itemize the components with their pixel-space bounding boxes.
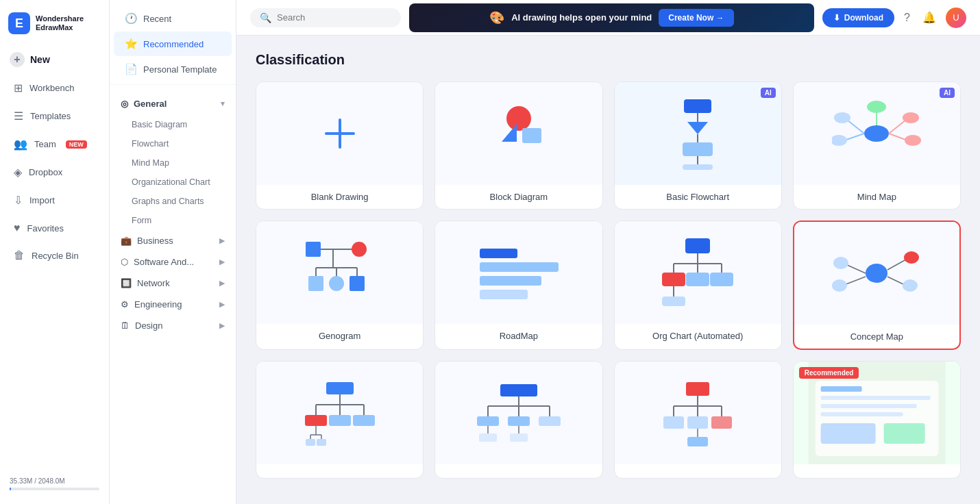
favorites-icon: ♥ — [14, 222, 21, 234]
sidebar-item-team[interactable]: 👥 Team NEW — [4, 131, 105, 158]
svg-rect-94 — [711, 416, 732, 429]
roadmap-icon — [474, 238, 563, 307]
design-category[interactable]: 🗓 Design ▶ — [110, 315, 236, 336]
template-card-orgchart[interactable]: Org Chart (Automated) — [614, 220, 782, 350]
avatar[interactable]: U — [946, 8, 966, 28]
svg-rect-72 — [317, 439, 326, 446]
business-category[interactable]: 💼 Business ▶ — [110, 230, 236, 251]
main-content: 🔍 🎨 AI drawing helps open your mind Crea… — [236, 0, 980, 504]
download-icon: ⬇ — [833, 13, 840, 23]
general-chevron: ▾ — [221, 99, 225, 108]
svg-point-2 — [506, 106, 531, 131]
template-card-block[interactable]: Block Diagram — [434, 81, 602, 210]
svg-point-57 — [903, 279, 918, 292]
sidebar-item-dropbox[interactable]: ◈ Dropbox — [4, 159, 105, 186]
template-card-tree1[interactable] — [256, 361, 424, 479]
template-card-recommended-preview[interactable]: Recommended — [793, 361, 961, 479]
templates-icon: ☰ — [14, 110, 23, 123]
template-card-blank[interactable]: Blank Drawing — [256, 81, 424, 210]
team-icon: 👥 — [14, 138, 27, 151]
sub-form[interactable]: Form — [110, 211, 236, 230]
card-label-flowchart: Basic Flowchart — [615, 185, 781, 209]
tree1-icon — [302, 379, 378, 447]
svg-line-17 — [889, 120, 906, 134]
ai-banner[interactable]: 🎨 AI drawing helps open your mind Create… — [409, 3, 814, 32]
recommended-icon: ⭐ — [125, 38, 138, 50]
sidebar-item-import[interactable]: ⇩ Import — [4, 187, 105, 214]
card-image-wbs — [435, 362, 602, 464]
recommended-badge: Recommended — [799, 367, 859, 379]
search-input[interactable] — [277, 12, 391, 23]
network-chevron: ▶ — [219, 279, 225, 288]
template-card-tree2[interactable] — [614, 361, 782, 479]
recent-icon: 🕐 — [125, 12, 138, 25]
engineering-category[interactable]: ⚙ Engineering ▶ — [110, 294, 236, 315]
card-label-recommended-preview — [794, 464, 960, 478]
wbs-icon — [474, 379, 563, 447]
svg-point-18 — [903, 112, 919, 123]
template-card-genogram[interactable]: Genogram — [256, 220, 424, 350]
card-image-genogram — [256, 221, 423, 324]
storage-track — [10, 488, 99, 490]
template-card-flowchart[interactable]: AI Basic Flowchart — [614, 81, 782, 210]
card-image-flowchart: AI — [615, 82, 781, 185]
notification-button[interactable]: 🔔 — [920, 8, 939, 27]
svg-line-15 — [844, 134, 864, 140]
svg-rect-93 — [687, 416, 708, 429]
svg-rect-45 — [686, 273, 709, 286]
template-card-wbs[interactable] — [434, 361, 602, 479]
content-area: Classification Blank Drawing — [236, 36, 980, 504]
block-diagram-icon — [481, 99, 556, 168]
svg-point-53 — [832, 279, 847, 292]
svg-rect-58 — [326, 382, 354, 394]
page-title: Classification — [256, 52, 961, 68]
template-card-roadmap[interactable]: RoadMap — [434, 220, 602, 350]
network-category[interactable]: 🔲 Network ▶ — [110, 273, 236, 294]
download-button[interactable]: ⬇ Download — [822, 8, 894, 27]
new-button[interactable]: + New — [0, 45, 109, 74]
app-name: Wondershare EdrawMax — [36, 14, 84, 32]
ai-create-button[interactable]: Create Now → — [659, 9, 733, 27]
sidebar-item-favorites[interactable]: ♥ Favorites — [4, 215, 105, 241]
svg-point-14 — [834, 112, 850, 123]
svg-rect-100 — [820, 396, 930, 400]
sub-mind-map[interactable]: Mind Map — [110, 153, 236, 173]
svg-rect-96 — [687, 437, 708, 446]
template-card-mindmap[interactable]: AI Mind Map — [793, 81, 961, 210]
card-image-tree2 — [615, 362, 781, 464]
svg-rect-92 — [663, 416, 684, 429]
help-button[interactable]: ? — [901, 9, 913, 27]
recent-item[interactable]: 🕐 Recent — [114, 6, 232, 31]
genogram-icon — [299, 235, 381, 310]
workbench-icon: ⊞ — [14, 81, 23, 94]
sidebar-item-templates[interactable]: ☰ Templates — [4, 103, 105, 129]
svg-rect-11 — [683, 164, 713, 170]
conceptmap-icon — [832, 236, 921, 311]
software-category[interactable]: ⬡ Software And... ▶ — [110, 251, 236, 273]
card-label-wbs — [435, 464, 602, 478]
sidebar-item-workbench[interactable]: ⊞ Workbench — [4, 75, 105, 101]
card-label-roadmap: RoadMap — [435, 324, 602, 348]
template-card-conceptmap[interactable]: Concept Map — [793, 220, 961, 350]
personal-template-item[interactable]: 📄 Personal Template — [114, 57, 232, 81]
card-label-genogram: Genogram — [256, 324, 423, 348]
software-icon: ⬡ — [121, 257, 128, 267]
ai-badge-flowchart: AI — [761, 88, 776, 98]
svg-rect-83 — [479, 433, 497, 442]
svg-rect-36 — [480, 276, 541, 286]
search-box[interactable]: 🔍 — [250, 8, 401, 27]
sub-org-chart[interactable]: Organizational Chart — [110, 173, 236, 192]
sidebar-item-recycle[interactable]: 🗑 Recycle Bin — [4, 242, 105, 268]
recommended-item[interactable]: ⭐ Recommended — [114, 32, 232, 56]
sub-graphs-charts[interactable]: Graphs and Charts — [110, 192, 236, 211]
svg-rect-86 — [686, 382, 709, 396]
svg-rect-33 — [350, 276, 365, 291]
svg-rect-99 — [820, 386, 861, 392]
svg-rect-48 — [662, 297, 685, 306]
sub-flowchart[interactable]: Flowchart — [110, 134, 236, 153]
sub-basic-diagram[interactable]: Basic Diagram — [110, 115, 236, 134]
ai-banner-icon: 🎨 — [489, 10, 504, 25]
search-icon: 🔍 — [260, 12, 271, 23]
svg-rect-9 — [683, 142, 713, 156]
general-category[interactable]: ◎ General ▾ — [110, 92, 236, 115]
